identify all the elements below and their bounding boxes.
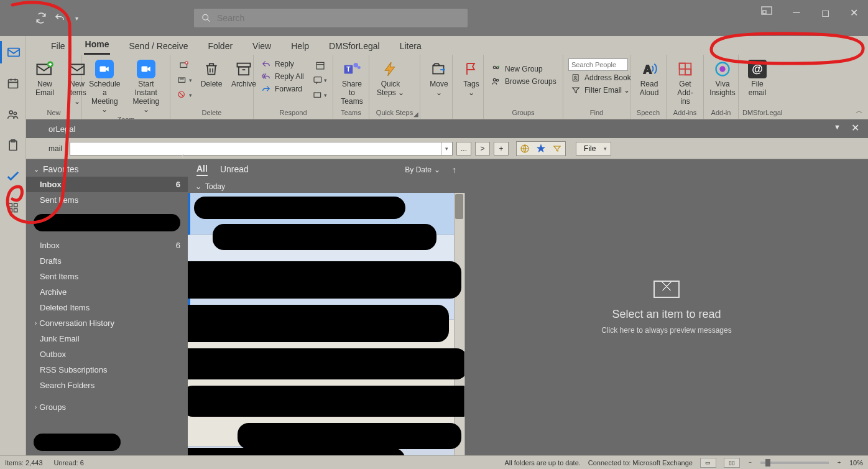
ignore-button[interactable] (175, 58, 193, 72)
move-button[interactable]: Move ⌄ (424, 57, 454, 99)
view-reading-button[interactable]: ▯▯ (724, 458, 740, 468)
folder-deleted[interactable]: Deleted Items (26, 300, 188, 315)
start-meeting-button[interactable]: Start Instant Meeting ⌄ (126, 57, 166, 116)
zoom-in-button[interactable]: ＋ (836, 458, 842, 468)
tab-file[interactable]: File (50, 39, 67, 55)
group-label-tags-empty (456, 109, 479, 118)
delete-button[interactable]: Delete (196, 57, 226, 90)
browse-groups-button[interactable]: Browse Groups (489, 76, 559, 87)
dms-filter-button[interactable] (549, 142, 565, 156)
calendar-rail-icon[interactable] (0, 72, 26, 95)
collapse-folder-pane[interactable]: ‹ (181, 151, 184, 160)
start-meeting-label: Start Instant Meeting ⌄ (130, 80, 162, 114)
dms-path-input[interactable] (70, 142, 441, 155)
msglist-tab-all[interactable]: All (196, 164, 208, 176)
ribbon-display-options-icon[interactable] (761, 6, 775, 17)
cleanup-button[interactable]: ▾ (175, 73, 193, 87)
account-name-redacted[interactable] (34, 214, 180, 231)
address-book-button[interactable]: Address Book (568, 72, 634, 83)
collapse-ribbon-button[interactable]: ︿ (856, 106, 863, 116)
folder-outbox[interactable]: Outbox (26, 346, 188, 362)
new-group-button[interactable]: New Group (489, 63, 559, 75)
new-email-button[interactable]: New Email (30, 57, 60, 99)
tab-folder[interactable]: Folder (206, 39, 234, 55)
folder-sent[interactable]: Sent Items (26, 269, 188, 284)
tab-send-receive[interactable]: Send / Receive (127, 39, 189, 55)
more-apps-rail-icon[interactable] (0, 197, 26, 219)
meeting-reply-button[interactable] (312, 58, 329, 72)
quick-steps-button[interactable]: Quick Steps ⌄ (373, 57, 408, 99)
read-aloud-button[interactable]: A Read Aloud (634, 57, 664, 99)
dms-next-button[interactable]: > (475, 142, 490, 156)
sync-icon[interactable] (34, 11, 48, 25)
get-addins-button[interactable]: Get Add-ins (670, 57, 700, 107)
folder-search-label: Search Folders (40, 381, 95, 390)
reply-button[interactable]: Reply (259, 58, 307, 70)
file-email-button[interactable]: @ File email (742, 57, 772, 99)
dms-browse-button[interactable]: ... (456, 142, 471, 156)
message-list[interactable] (188, 193, 465, 455)
tab-help[interactable]: Help (290, 39, 310, 55)
folder-archive[interactable]: Archive (26, 284, 188, 300)
todo-rail-icon[interactable] (0, 165, 26, 188)
search-people-input[interactable] (568, 58, 628, 71)
tab-dmsforlegal[interactable]: DMSforLegal (328, 39, 381, 55)
dms-star-button[interactable] (533, 142, 549, 156)
msglist-group-today[interactable]: ⌄Today (188, 180, 465, 193)
tab-view[interactable]: View (251, 39, 272, 55)
scrollbar-thumb[interactable] (455, 194, 463, 219)
quicksteps-dialog-launcher[interactable]: ◢ (413, 111, 418, 118)
folder-inbox[interactable]: Inbox6 (26, 238, 188, 253)
groups-header[interactable]: ›Groups (26, 399, 188, 415)
search-box[interactable] (194, 9, 468, 27)
viva-insights-button[interactable]: Viva Insights (708, 57, 737, 99)
msglist-sort-direction[interactable]: ↑ (452, 165, 456, 175)
msglist-tab-unread[interactable]: Unread (220, 164, 249, 175)
folder-search[interactable]: Search Folders (26, 378, 188, 393)
maximize-button[interactable]: ◻ (811, 0, 839, 25)
svg-point-30 (358, 66, 361, 69)
zoom-slider-thumb[interactable] (765, 459, 770, 467)
zoom-out-button[interactable]: － (747, 458, 753, 468)
reply-all-button[interactable]: Reply All (259, 71, 307, 82)
dms-add-button[interactable]: + (494, 142, 509, 156)
status-items: Items: 2,443 (5, 459, 43, 467)
more-respond-button[interactable]: ▾ (312, 88, 329, 102)
minimize-button[interactable]: ─ (782, 0, 811, 25)
fav-sent[interactable]: Sent Items (26, 192, 188, 208)
folder-conversation-history[interactable]: ›Conversation History (26, 315, 188, 331)
folder-junk[interactable]: Junk Email (26, 331, 188, 346)
tasks-rail-icon[interactable] (0, 134, 26, 157)
reading-pane-preview-link[interactable]: Click here to always preview messages (601, 326, 731, 335)
people-rail-icon[interactable] (0, 103, 26, 126)
folder-drafts[interactable]: Drafts (26, 253, 188, 269)
im-reply-button[interactable]: ▾ (312, 73, 329, 87)
account-name-redacted-2[interactable] (34, 434, 121, 451)
folder-rss[interactable]: RSS Subscriptions (26, 362, 188, 378)
mail-rail-icon[interactable] (0, 41, 26, 63)
close-button[interactable]: ✕ (839, 0, 868, 25)
msglist-sort-button[interactable]: By Date⌄ (405, 165, 440, 174)
junk-button[interactable]: ▾ (175, 88, 193, 102)
tags-button[interactable]: Tags ⌄ (456, 57, 486, 99)
dms-panel-close[interactable]: ✕ (851, 122, 859, 134)
schedule-meeting-button[interactable]: Schedule a Meeting ⌄ (86, 57, 124, 116)
forward-button[interactable]: Forward (259, 83, 307, 95)
dms-panel-dropdown[interactable]: ▼ (834, 123, 841, 131)
fav-inbox[interactable]: Inbox6 (26, 177, 188, 192)
dms-file-dropdown[interactable]: File (576, 142, 611, 156)
browse-groups-label: Browse Groups (505, 77, 556, 86)
get-addins-label: Get Add-ins (674, 80, 696, 106)
dms-path-dropdown[interactable]: ▾ (441, 142, 453, 155)
tab-litera[interactable]: Litera (399, 39, 423, 55)
view-normal-button[interactable]: ▭ (700, 458, 716, 468)
dms-globe-button[interactable] (517, 142, 533, 156)
qat-customize-dropdown[interactable]: ▾ (75, 15, 83, 22)
favorites-header[interactable]: ⌄Favorites (26, 159, 188, 177)
zoom-slider[interactable] (760, 462, 829, 464)
tab-home[interactable]: Home (84, 37, 111, 55)
share-to-teams-button[interactable]: T Share to Teams (337, 57, 367, 107)
filter-email-button[interactable]: Filter Email ⌄ (568, 85, 634, 96)
search-input[interactable] (217, 13, 460, 23)
undo-icon[interactable] (53, 11, 67, 25)
